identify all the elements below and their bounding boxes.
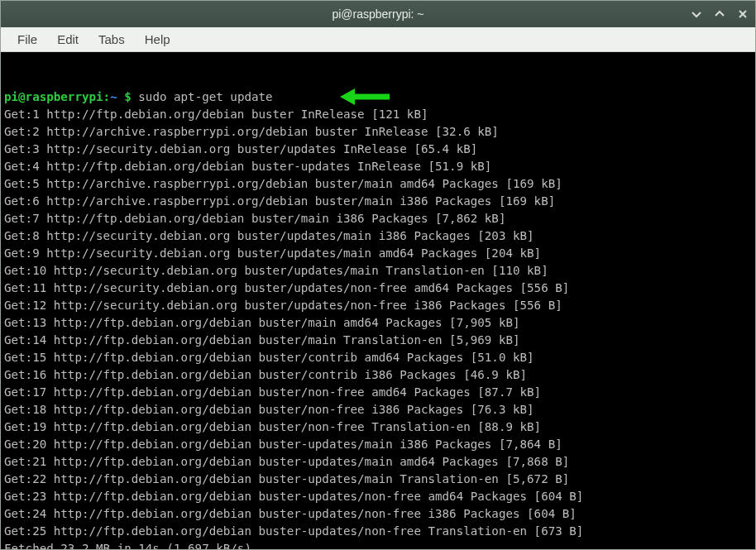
terminal-viewport[interactable]: pi@raspberrypi:~ $ sudo apt-get update G… [1,52,755,549]
window-titlebar[interactable]: pi@raspberrypi: ~ [1,1,755,27]
svg-marker-1 [340,88,355,105]
output-line: Get:12 http://security.debian.org buster… [4,299,562,312]
menu-file[interactable]: File [9,30,45,49]
output-line: Get:5 http://archive.raspberrypi.org/deb… [4,177,562,190]
output-line: Get:23 http://ftp.debian.org/debian bust… [4,490,583,503]
prompt-dollar: $ [124,90,132,103]
output-line: Get:10 http://security.debian.org buster… [4,264,548,277]
output-line: Get:17 http://ftp.debian.org/debian bust… [4,385,541,399]
output-line: Get:21 http://ftp.debian.org/debian bust… [4,455,569,468]
window-title: pi@raspberrypi: ~ [332,7,423,21]
output-line: Get:7 http://ftp.debian.org/debian buste… [4,212,505,225]
prompt-user-host: pi@raspberrypi [4,90,103,103]
output-line: Get:9 http://security.debian.org buster/… [4,246,541,260]
menu-tabs[interactable]: Tabs [90,30,133,49]
output-line: Get:15 http://ftp.debian.org/debian bust… [4,351,534,364]
output-line: Get:13 http://ftp.debian.org/debian bust… [4,316,520,329]
menu-help[interactable]: Help [136,30,179,49]
minimize-button[interactable] [689,7,704,22]
prompt-path: ~ [110,90,117,103]
close-button[interactable] [735,7,750,22]
output-line: Get:4 http://ftp.debian.org/debian buste… [4,160,491,173]
output-line: Fetched 23.2 MB in 14s (1,697 kB/s) [4,542,251,549]
output-line: Get:22 http://ftp.debian.org/debian bust… [4,472,569,485]
output-line: Get:20 http://ftp.debian.org/debian bust… [4,438,562,451]
output-line: Get:16 http://ftp.debian.org/debian bust… [4,368,527,381]
window-controls [689,7,750,22]
output-line: Get:14 http://ftp.debian.org/debian bust… [4,333,520,347]
annotation-arrow-icon [340,54,390,140]
output-line: Get:25 http://ftp.debian.org/debian bust… [4,524,583,538]
menu-edit[interactable]: Edit [49,30,87,49]
menubar: File Edit Tabs Help [1,27,755,52]
output-line: Get:6 http://archive.raspberrypi.org/deb… [4,194,555,208]
output-line: Get:18 http://ftp.debian.org/debian bust… [4,403,534,416]
output-line: Get:11 http://security.debian.org buster… [4,281,569,294]
output-line: Get:8 http://security.debian.org buster/… [4,229,534,242]
terminal-window: pi@raspberrypi: ~ File Edit Tabs Help pi… [0,0,756,550]
prompt-colon: : [103,90,111,103]
command-text: sudo apt-get update [138,90,272,103]
output-line: Get:2 http://archive.raspberrypi.org/deb… [4,125,499,138]
maximize-button[interactable] [712,7,727,22]
output-line: Get:24 http://ftp.debian.org/debian bust… [4,507,577,520]
output-line: Get:3 http://security.debian.org buster/… [4,142,477,155]
output-line: Get:19 http://ftp.debian.org/debian bust… [4,420,541,433]
